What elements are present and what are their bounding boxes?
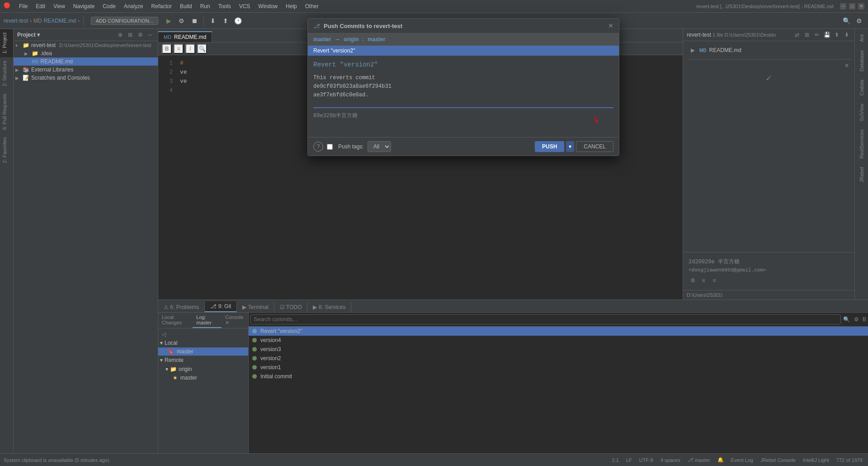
tree-scratches[interactable]: ▶ 📝 Scratches and Consoles [14,74,158,82]
layout2-icon[interactable]: ⊞ [803,31,811,39]
menu-tools[interactable]: Tools [215,2,235,10]
menu-navigate[interactable]: Navigate [70,2,98,10]
stop-button[interactable]: ⏹ [189,15,200,26]
expand-icon[interactable]: ▶ [689,46,697,54]
git-remote-master[interactable]: ★ master [158,374,248,382]
add-content-icon[interactable]: ⊕ [116,31,124,39]
vtab-pull-requests[interactable]: 6: Pull Requests [0,90,13,133]
git-commit-initial[interactable]: Initial commit [249,372,868,381]
vtab-structure[interactable]: 2: Structure [0,57,13,90]
menu-refactor[interactable]: Refactor [148,2,175,10]
editor-tab-readme[interactable]: MD README.md [158,31,212,42]
tab-terminal[interactable]: ▶ Terminal [237,302,274,312]
tree-root[interactable]: ▾ 📁 revert-test D:\Users\25301\Desktop\r… [14,41,158,49]
close-button[interactable]: ✕ [858,3,864,10]
tab-problems[interactable]: ⚠ 6: Problems [158,302,205,312]
dialog-close-button[interactable]: ✕ [608,22,613,29]
align-button[interactable]: ≡ [174,44,184,54]
breadcrumb-file[interactable]: README.md [44,18,76,24]
menu-edit[interactable]: Edit [32,2,49,10]
menu-run[interactable]: Run [197,2,214,10]
rp-gear-icon[interactable]: ⚙ [689,276,697,285]
help-button[interactable]: ? [313,142,323,152]
git-nav-back[interactable]: ◁ [158,330,248,338]
vtab-project[interactable]: 1: Project [0,29,13,57]
vtab-database[interactable]: Database [857,47,866,75]
git-search-input[interactable] [250,314,841,324]
settings-button[interactable]: ⚙ [854,15,864,26]
menu-analyze[interactable]: Analyze [120,2,147,10]
git-tab-local-changes[interactable]: Local Changes [158,313,193,328]
edit-icon[interactable]: ✏ [813,31,821,39]
layout-icon[interactable]: ⊞ [126,31,134,39]
status-line-ending[interactable]: LF [624,457,634,463]
italic-button[interactable]: I [185,44,195,54]
menu-code[interactable]: Code [99,2,119,10]
rp-align-left-icon[interactable]: ≡ [699,276,708,285]
git-tab-console[interactable]: Console ✕ [222,313,248,328]
tree-readme[interactable]: ▶ MD README.md [14,57,158,66]
status-position[interactable]: 2:1 [610,457,621,463]
dialog-commit-revert[interactable]: Revert "version2" [308,46,619,56]
git-commit-v3[interactable]: version3 [249,345,868,354]
push-button[interactable]: PUSH [535,141,564,152]
history-button[interactable]: 🕐 [233,15,244,26]
tab-services[interactable]: ▶ 8: Services [307,302,351,312]
push-tags-checkbox[interactable] [327,144,333,150]
git-local-section[interactable]: ▾ Local [158,338,248,347]
menu-window[interactable]: Window [255,2,281,10]
tab-todo[interactable]: ☑ TODO [274,302,308,312]
align-top-icon[interactable]: ⬆ [833,31,841,39]
vtab-ant[interactable]: Ant [857,31,866,46]
bold-button[interactable]: B [162,44,172,54]
status-jrebel[interactable]: JRebel Console [759,457,797,463]
close-diff-icon[interactable]: ✕ [843,62,851,70]
vtab-jrebel[interactable]: JRebel [857,163,866,186]
search-button[interactable]: 🔍 [197,44,207,54]
menu-other[interactable]: Other [302,2,322,10]
status-event-log[interactable]: Event Log [729,457,755,463]
vtab-sciview[interactable]: SciView [857,100,866,125]
git-settings-icon[interactable]: ⚙ [853,315,861,323]
tab-git[interactable]: ⎇ 9: Git [205,301,237,312]
vtab-restservices[interactable]: RestServices [857,126,866,162]
cancel-button[interactable]: CANCEL [576,141,613,152]
menu-vcs[interactable]: VCS [236,2,254,10]
status-indent[interactable]: 4 spaces [659,457,682,463]
menu-file[interactable]: File [15,2,31,10]
git-origin-section[interactable]: ▾ 📁 origin [158,365,248,374]
push-dropdown-button[interactable]: ▾ [566,141,574,152]
git-remote-section[interactable]: ▾ Remote [158,356,248,365]
status-line-count[interactable]: 772 of 1979 [835,457,864,463]
status-notifications[interactable]: 🔔 [716,457,726,463]
status-branch[interactable]: ⎇ master [686,457,712,463]
git-update-button[interactable]: ⬇ [208,15,218,26]
save-icon[interactable]: 💾 [823,31,831,39]
menu-view[interactable]: View [50,2,69,10]
search-everywhere-button[interactable]: 🔍 [841,15,852,26]
diff-icon[interactable]: ⇄ [793,31,801,39]
git-branch-master[interactable]: 🔖 master [158,347,248,356]
menu-help[interactable]: Help [282,2,301,10]
debug-button[interactable]: ⚙ [176,15,187,26]
add-configuration-button[interactable]: ADD CONFIGURATION... [91,17,158,25]
tree-external-libraries[interactable]: ▶ 📚 External Libraries [14,66,158,74]
menu-build[interactable]: Build [176,2,196,10]
maximize-button[interactable]: □ [849,3,855,10]
tags-select[interactable]: All [368,141,391,152]
git-commit-v2[interactable]: version2 [249,354,868,363]
breadcrumb-project[interactable]: revert-test [4,18,28,24]
git-commit-v4[interactable]: version4 [249,336,868,345]
git-search-icon[interactable]: 🔍 [843,315,851,323]
git-commit-v1[interactable]: version1 [249,363,868,372]
status-encoding[interactable]: UTF-8 [637,457,655,463]
gear-icon[interactable]: ⚙ [136,31,144,39]
git-tab-log[interactable]: Log: master [193,313,222,328]
run-button[interactable]: ▶ [164,15,175,26]
git-push-button[interactable]: ⬆ [220,15,231,26]
minimize-panel-icon[interactable]: ─ [146,31,154,39]
align-bottom-icon[interactable]: ⬇ [843,31,851,39]
tree-idea[interactable]: ▶ 📁 .idea [14,49,158,57]
check-icon[interactable]: ✓ [765,73,772,83]
vtab-favorites[interactable]: 2: Favorites [0,133,13,166]
